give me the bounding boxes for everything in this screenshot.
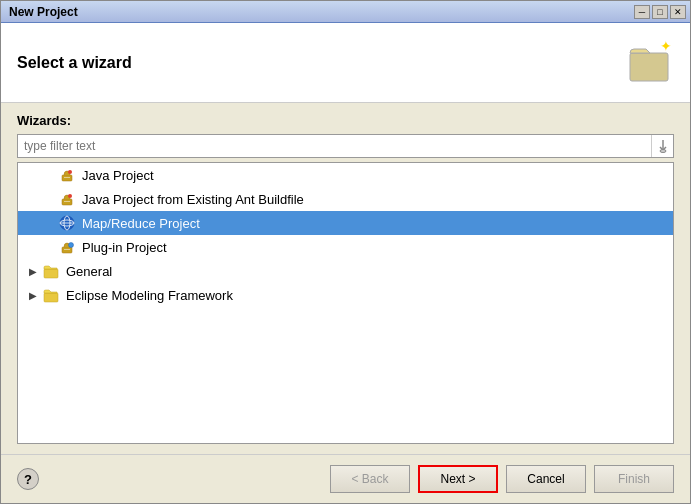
- mapreduce-icon: [58, 214, 76, 232]
- minimize-button[interactable]: ─: [634, 5, 650, 19]
- filter-row: [17, 134, 674, 158]
- general-expand-arrow: ▶: [26, 264, 40, 278]
- wizard-tree[interactable]: Java Project Java Project from Existing …: [17, 162, 674, 444]
- window-title: New Project: [9, 5, 78, 19]
- folder-sparkle-svg: ✦: [626, 39, 674, 87]
- eclipse-modeling-label: Eclipse Modeling Framework: [66, 288, 233, 303]
- tree-item-java-project[interactable]: Java Project: [18, 163, 673, 187]
- svg-rect-17: [64, 249, 70, 250]
- general-label: General: [66, 264, 112, 279]
- svg-rect-0: [630, 53, 668, 81]
- close-button[interactable]: ✕: [670, 5, 686, 19]
- java-ant-label: Java Project from Existing Ant Buildfile: [82, 192, 304, 207]
- header-area: Select a wizard ✦: [1, 23, 690, 103]
- svg-rect-20: [44, 293, 58, 302]
- java-project-icon: [58, 166, 76, 184]
- mapreduce-label: Map/Reduce Project: [82, 216, 200, 231]
- window-controls: ─ □ ✕: [634, 5, 686, 19]
- general-folder-icon: [42, 262, 60, 280]
- no-expand-spacer: [42, 168, 56, 182]
- tree-item-eclipse-modeling[interactable]: ▶ Eclipse Modeling Framework: [18, 283, 673, 307]
- next-button[interactable]: Next >: [418, 465, 498, 493]
- java-project-label: Java Project: [82, 168, 154, 183]
- footer-left: ?: [17, 468, 39, 490]
- tree-item-plugin[interactable]: Plug-in Project: [18, 235, 673, 259]
- header-title: Select a wizard: [17, 54, 132, 72]
- svg-point-5: [660, 150, 666, 153]
- cancel-button[interactable]: Cancel: [506, 465, 586, 493]
- svg-rect-19: [44, 269, 58, 278]
- wizard-icon: ✦: [626, 39, 674, 87]
- svg-point-18: [69, 243, 74, 248]
- dialog-body: Select a wizard ✦ Wizards:: [1, 23, 690, 503]
- footer-buttons: < Back Next > Cancel Finish: [330, 465, 674, 493]
- back-button[interactable]: < Back: [330, 465, 410, 493]
- filter-input[interactable]: [18, 136, 651, 156]
- tree-item-java-ant[interactable]: Java Project from Existing Ant Buildfile: [18, 187, 673, 211]
- title-bar: New Project ─ □ ✕: [1, 1, 690, 23]
- content-area: Wizards:: [1, 103, 690, 454]
- svg-rect-10: [64, 201, 70, 202]
- maximize-button[interactable]: □: [652, 5, 668, 19]
- finish-button[interactable]: Finish: [594, 465, 674, 493]
- main-window: New Project ─ □ ✕ Select a wizard ✦: [0, 0, 691, 504]
- tree-item-general[interactable]: ▶ General: [18, 259, 673, 283]
- eclipse-modeling-expand-arrow: ▶: [26, 288, 40, 302]
- help-button[interactable]: ?: [17, 468, 39, 490]
- footer-area: ? < Back Next > Cancel Finish: [1, 454, 690, 503]
- wizards-label: Wizards:: [17, 113, 674, 128]
- eclipse-modeling-folder-icon: [42, 286, 60, 304]
- no-expand-spacer: [42, 240, 56, 254]
- svg-rect-7: [64, 177, 70, 178]
- plugin-icon: [58, 238, 76, 256]
- no-expand-spacer: [42, 192, 56, 206]
- svg-point-8: [68, 170, 72, 174]
- filter-clear-button[interactable]: [651, 135, 673, 157]
- java-ant-icon: [58, 190, 76, 208]
- svg-point-11: [68, 194, 72, 198]
- no-expand-spacer: [42, 216, 56, 230]
- svg-text:✦: ✦: [660, 39, 672, 54]
- clear-icon: [655, 138, 671, 154]
- tree-item-mapreduce[interactable]: Map/Reduce Project: [18, 211, 673, 235]
- plugin-label: Plug-in Project: [82, 240, 167, 255]
